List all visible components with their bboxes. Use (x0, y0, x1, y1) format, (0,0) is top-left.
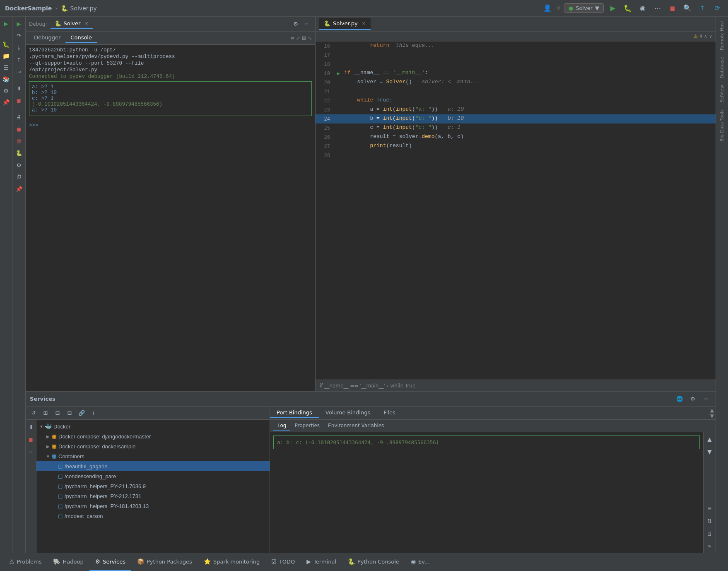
svc-tab-files[interactable]: Files (377, 408, 402, 418)
run-button[interactable]: ▶ (607, 2, 619, 14)
expand-console[interactable]: ⤡ (308, 35, 312, 41)
btab-problems[interactable]: ⚠ Problems (3, 553, 47, 571)
log-print[interactable]: 🖨 (704, 528, 715, 539)
btab-python-console[interactable]: 🐍 Python Console (342, 553, 405, 571)
tree-container-helpers3[interactable]: ◻ /pycharm_helpers_PY-181.4203.13 (36, 501, 270, 511)
svc-subtab-log[interactable]: Log (273, 421, 290, 431)
log-align[interactable]: ≡ (704, 503, 715, 514)
debug-breakpoints[interactable]: ● (14, 123, 24, 134)
tab-console[interactable]: Console (65, 33, 97, 43)
pin-icon[interactable]: 📌 (1, 97, 12, 108)
tree-docker[interactable]: ▼ 🐳 Docker (36, 421, 270, 431)
svc-tab-portbindings[interactable]: Port Bindings (270, 408, 319, 418)
remote-host-label[interactable]: Remote Host (719, 18, 725, 53)
session-close[interactable]: × (84, 21, 88, 26)
table-icon[interactable]: ⊞ (302, 35, 306, 41)
svc-link[interactable]: 🔗 (76, 408, 87, 419)
upload-button[interactable]: ↑ (697, 2, 708, 14)
bigdata-label[interactable]: Big Data Tools (719, 107, 725, 144)
svc-pause[interactable]: ⏸ (26, 421, 36, 432)
log-align2[interactable]: ⇅ (704, 515, 715, 526)
debug-icon[interactable]: 🐛 (1, 39, 12, 50)
log-scroll-down[interactable]: ▼ (704, 446, 715, 457)
settings-icon[interactable]: ⚙ (1, 85, 12, 96)
debug-run-button[interactable]: 🐛 (622, 2, 634, 14)
run-config[interactable]: ● Solver ▼ (564, 3, 604, 13)
project-name[interactable]: DockerSample (5, 5, 52, 12)
user-icon[interactable]: 👤 (542, 2, 553, 14)
svc-expand-all[interactable]: ⊞ (40, 408, 51, 419)
arrows-icon[interactable]: ⤢ (296, 35, 300, 41)
svc-add[interactable]: + (88, 408, 99, 419)
log-scroll-up[interactable]: ▲ (704, 434, 715, 445)
debug-python[interactable]: 🐍 (14, 148, 24, 158)
debug-step-over[interactable]: ↷ (14, 30, 24, 41)
svc-filter[interactable]: ⊟ (64, 408, 75, 419)
code-editor[interactable]: 16 return this equa... 17 18 (316, 41, 716, 380)
debug-step-out[interactable]: ↑ (14, 54, 24, 65)
scroll-up-btn[interactable]: ▲ (710, 407, 714, 413)
tree-compose-2[interactable]: ▶ ▦ Docker-compose: dockersample (36, 441, 270, 451)
tree-container-beautiful[interactable]: ◻ /beautiful_gagarin (36, 461, 270, 471)
btab-services[interactable]: ⚙ Services (89, 553, 131, 571)
svc-tab-volumebindings[interactable]: Volume Bindings (319, 408, 377, 418)
svc-subtab-env[interactable]: Environment Variables (324, 421, 388, 431)
svc-stop[interactable]: ◼ (26, 434, 36, 445)
warning-nav-down[interactable]: ∨ (709, 34, 712, 39)
debug-stop[interactable]: ◼ (14, 95, 24, 106)
debug-pause[interactable]: ⏸ (14, 83, 24, 94)
tree-container-helpers2[interactable]: ◻ /pycharm_helpers_PY-212.1731 (36, 491, 270, 501)
warning-nav-up[interactable]: ∧ (704, 34, 707, 39)
debug-minimize[interactable]: − (301, 19, 312, 29)
btab-spark[interactable]: ⭐ Spark monitoring (198, 553, 265, 571)
debug-settings-btn[interactable]: ⚙ (290, 19, 301, 29)
learn-icon[interactable]: 📚 (1, 74, 12, 85)
sciview-label[interactable]: SciView (719, 82, 725, 105)
services-gear[interactable]: ⚙ (687, 394, 698, 404)
editor-tab-solver[interactable]: 🐍 Solver.py × (319, 18, 371, 30)
svc-collapse[interactable]: ⊟ (52, 408, 63, 419)
tab-debugger[interactable]: Debugger (29, 33, 65, 43)
debug-print[interactable]: 🖨 (14, 111, 24, 122)
debug-settings[interactable]: ⚙ (14, 160, 24, 170)
tree-compose-1[interactable]: ▶ ▦ Docker-compose: djangodockermaster (36, 431, 270, 441)
debug-mute[interactable]: 🗑 (14, 135, 24, 146)
btab-terminal[interactable]: ▶ Terminal (301, 553, 342, 571)
layout-icon[interactable]: ≡ (290, 35, 294, 41)
debug-resume[interactable]: ▶ (14, 18, 24, 29)
stop-button[interactable]: ◼ (667, 2, 678, 14)
database-label[interactable]: Database (719, 54, 725, 81)
btab-python-packages[interactable]: 📦 Python Packages (131, 553, 198, 571)
tree-containers[interactable]: ▼ ▦ Containers (36, 451, 270, 461)
services-minimize[interactable]: − (701, 394, 711, 404)
python-console-icon: 🐍 (348, 558, 355, 565)
svc-refresh[interactable]: ↺ (28, 408, 39, 419)
debug-tab-bar: Debug: 🐍 Solver × ⚙ − (26, 17, 315, 31)
line-num-24: 24 (316, 114, 334, 123)
debug-pin[interactable]: 📌 (14, 184, 24, 194)
svc-subtab-properties[interactable]: Properties (290, 421, 324, 431)
tree-container-modest[interactable]: ◻ /modest_carson (36, 511, 270, 521)
scroll-down-btn[interactable]: ▼ (710, 413, 714, 419)
svc-minus[interactable]: − (26, 446, 36, 457)
search-button[interactable]: 🔍 (682, 2, 693, 14)
btab-todo[interactable]: ☑ TODO (265, 553, 301, 571)
editor-tab-close[interactable]: × (362, 21, 366, 26)
debug-clock[interactable]: ⏱ (14, 172, 24, 182)
log-more[interactable]: » (704, 540, 715, 551)
tree-container-helpers1[interactable]: ◻ /pycharm_helpers_PY-211.7036.9 (36, 481, 270, 491)
run-icon[interactable]: ▶ (1, 18, 12, 29)
more-run-options[interactable]: ⋯ (652, 2, 663, 14)
services-globe[interactable]: 🌐 (674, 394, 685, 404)
tree-container-condescending[interactable]: ◻ /condescending_pare (36, 471, 270, 481)
debug-step-into[interactable]: ↓ (14, 42, 24, 53)
project-icon[interactable]: 📁 (1, 51, 12, 61)
btab-hadoop[interactable]: 🐘 Hadoop (47, 553, 89, 571)
btab-ev[interactable]: ◉ Ev... (405, 553, 436, 571)
update-button[interactable]: ⟳ (711, 2, 723, 14)
structure-icon[interactable]: ☰ (1, 62, 12, 73)
coverage-button[interactable]: ◉ (637, 2, 648, 14)
debug-run-cursor[interactable]: → (14, 66, 24, 77)
debug-session-tab[interactable]: 🐍 Solver × (51, 19, 93, 29)
line-num-16: 16 (316, 41, 334, 51)
